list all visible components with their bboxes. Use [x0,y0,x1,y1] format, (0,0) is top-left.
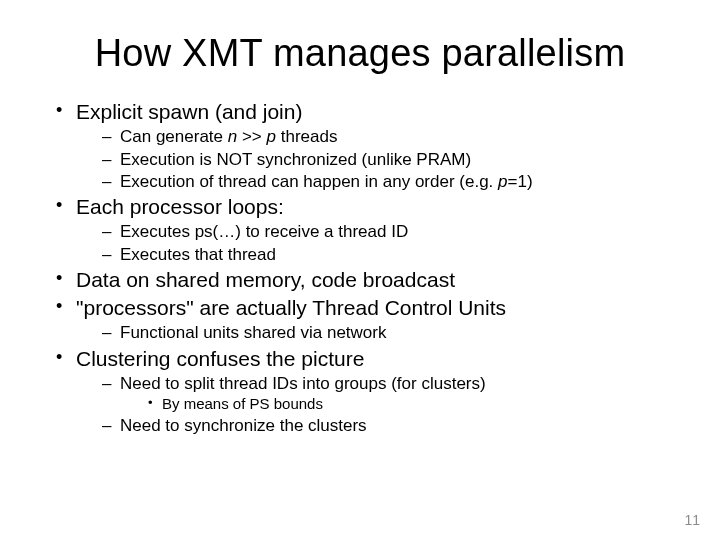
sublist: Executes ps(…) to receive a thread ID Ex… [96,221,670,265]
subsublist: By means of PS bounds [142,395,670,414]
sub-executes-thread: Executes that thread [96,244,670,265]
var-n: n [228,127,237,146]
bullet-list: Explicit spawn (and join) Can generate n… [50,99,670,436]
bullet-shared-memory: Data on shared memory, code broadcast [50,267,670,293]
bullet-explicit-spawn: Explicit spawn (and join) Can generate n… [50,99,670,192]
sub-not-synchronized: Execution is NOT synchronized (unlike PR… [96,149,670,170]
bullet-label: Each processor loops: [76,195,284,218]
bullet-tcu: "processors" are actually Thread Control… [50,295,670,344]
bullet-label: Clustering confuses the picture [76,347,364,370]
bullet-label: Data on shared memory, code broadcast [76,268,455,291]
sub-synchronize-clusters: Need to synchronize the clusters [96,415,670,436]
text: Can generate [120,127,228,146]
bullet-label: "processors" are actually Thread Control… [76,296,506,319]
text: =1) [508,172,533,191]
var-p: p [498,172,507,191]
sub-executes-ps: Executes ps(…) to receive a thread ID [96,221,670,242]
sublist: Can generate n >> p threads Execution is… [96,126,670,192]
slide-title: How XMT manages parallelism [50,32,670,75]
bullet-label: Explicit spawn (and join) [76,100,302,123]
text: Execution of thread can happen in any or… [120,172,498,191]
bullet-each-processor: Each processor loops: Executes ps(…) to … [50,194,670,265]
sublist: Functional units shared via network [96,322,670,343]
bullet-clustering: Clustering confuses the picture Need to … [50,346,670,437]
slide: How XMT manages parallelism Explicit spa… [0,0,720,540]
sub-any-order: Execution of thread can happen in any or… [96,171,670,192]
text: Need to split thread IDs into groups (fo… [120,374,486,393]
subsub-ps-bounds: By means of PS bounds [142,395,670,414]
sub-split-thread-ids: Need to split thread IDs into groups (fo… [96,373,670,414]
text: >> [237,127,266,146]
sublist: Need to split thread IDs into groups (fo… [96,373,670,436]
var-p: p [267,127,276,146]
text: threads [276,127,337,146]
sub-can-generate: Can generate n >> p threads [96,126,670,147]
sub-functional-units: Functional units shared via network [96,322,670,343]
page-number: 11 [684,512,700,528]
